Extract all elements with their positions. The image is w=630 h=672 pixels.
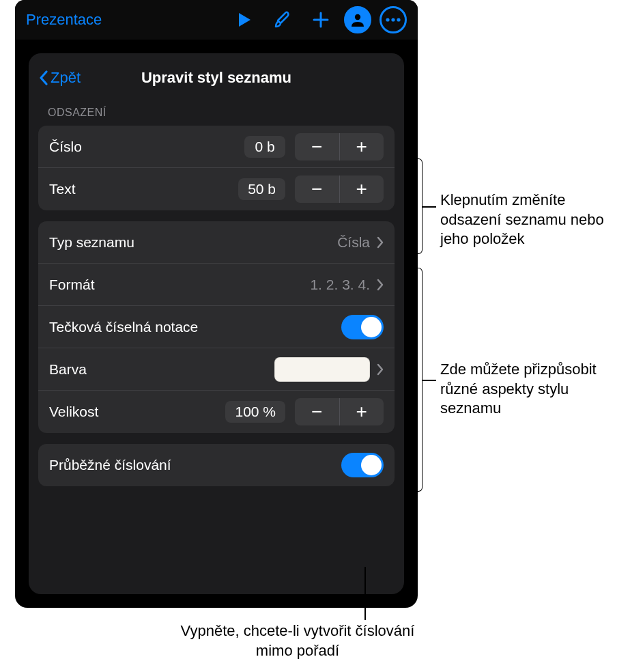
paintbrush-icon (272, 10, 293, 30)
indent-text-decrement[interactable]: − (295, 176, 340, 203)
size-increment[interactable]: + (340, 398, 384, 425)
svg-point-1 (386, 18, 389, 21)
list-type-value: Čísla (337, 234, 370, 251)
continuous-row: Průběžné číslování (38, 444, 395, 486)
color-well[interactable] (274, 357, 370, 382)
list-type-row[interactable]: Typ seznamu Čísla (38, 221, 395, 264)
indent-number-decrement[interactable]: − (295, 133, 340, 160)
callout-bracket (413, 158, 423, 254)
size-label: Velikost (49, 404, 225, 420)
callout-bracket (413, 268, 423, 492)
callout-indent: Klepnutím změníte odsazení seznamu nebo … (440, 191, 625, 249)
chevron-right-icon (377, 363, 384, 376)
size-value[interactable]: 100 % (225, 401, 285, 423)
format-value: 1. 2. 3. 4. (310, 277, 370, 293)
popover-nav: Zpět Upravit styl seznamu (29, 60, 404, 96)
svg-point-0 (355, 14, 360, 20)
callout-aspects: Zde můžete přizpůsobit různé aspekty sty… (440, 360, 618, 419)
continuous-group: Průběžné číslování (38, 444, 395, 486)
dot-notation-toggle[interactable] (341, 315, 384, 339)
format-row[interactable]: Formát 1. 2. 3. 4. (38, 264, 395, 306)
callout-lead (423, 380, 436, 381)
indent-section-header: ODSAZENÍ (29, 96, 404, 123)
indent-text-value[interactable]: 50 b (238, 178, 285, 200)
list-type-label: Typ seznamu (49, 234, 337, 251)
style-group: Typ seznamu Čísla Formát 1. 2. 3. 4. Teč… (38, 221, 395, 433)
svg-point-2 (391, 18, 395, 21)
size-stepper: − + (295, 398, 384, 425)
svg-point-3 (397, 18, 400, 21)
format-button[interactable] (268, 5, 298, 35)
callout-continuous: Vypněte, chcete-li vytvořit číslování mi… (161, 621, 434, 660)
plus-icon (311, 10, 330, 29)
continuous-label: Průběžné číslování (49, 457, 336, 473)
popover-title: Upravit styl seznamu (29, 69, 404, 87)
ellipsis-icon (386, 18, 401, 22)
size-decrement[interactable]: − (295, 398, 340, 425)
device-frame: Prezentace (15, 0, 418, 608)
format-popover: Zpět Upravit styl seznamu ODSAZENÍ Číslo… (29, 53, 404, 594)
callout-lead (364, 567, 366, 620)
indent-text-increment[interactable]: + (340, 176, 384, 203)
play-button[interactable] (229, 5, 259, 35)
indent-number-value[interactable]: 0 b (244, 136, 285, 158)
callout-lead (423, 206, 436, 208)
format-label: Formát (49, 277, 310, 293)
chevron-right-icon (377, 236, 384, 249)
collaborate-button[interactable] (344, 6, 371, 33)
indent-text-stepper: − + (295, 176, 384, 203)
indent-number-row: Číslo 0 b − + (38, 126, 395, 168)
dot-notation-label: Tečková číselná notace (49, 319, 336, 335)
add-button[interactable] (306, 5, 336, 35)
dot-notation-row: Tečková číselná notace (38, 306, 395, 348)
top-toolbar: Prezentace (15, 0, 418, 40)
color-row[interactable]: Barva (38, 348, 395, 391)
indent-number-label: Číslo (49, 139, 244, 155)
indent-group: Číslo 0 b − + Text 50 b − + (38, 126, 395, 210)
indent-text-row: Text 50 b − + (38, 168, 395, 210)
indent-text-label: Text (49, 181, 238, 197)
color-label: Barva (49, 361, 274, 378)
indent-number-stepper: − + (295, 133, 384, 160)
app-title[interactable]: Prezentace (26, 11, 102, 29)
size-row: Velikost 100 % − + (38, 391, 395, 433)
person-icon (349, 12, 366, 28)
play-icon (237, 12, 252, 28)
chevron-right-icon (377, 279, 384, 291)
continuous-toggle[interactable] (341, 453, 384, 477)
indent-number-increment[interactable]: + (340, 133, 384, 160)
more-button[interactable] (380, 6, 407, 33)
